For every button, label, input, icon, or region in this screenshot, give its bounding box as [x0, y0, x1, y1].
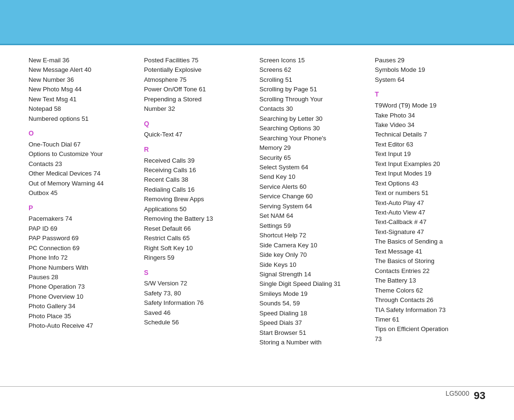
- footer-bar: LG5000 93: [0, 386, 514, 402]
- index-entry: Number 32: [144, 104, 250, 114]
- index-entry: Photo-Auto Receive 47: [29, 321, 135, 331]
- section-letter-R: R: [144, 145, 250, 155]
- index-entry: Tips on Efficient Operation: [375, 324, 481, 334]
- index-entry: Single Digit Speed Dialing 31: [259, 279, 366, 289]
- index-entry: Text Input Examples 20: [375, 159, 481, 169]
- index-entry: Phone Numbers With: [29, 263, 135, 273]
- index-entry: Text-Signature 47: [375, 227, 481, 237]
- index-entry: Photo Place 35: [29, 312, 135, 321]
- index-entry: Text Input Modes 19: [375, 169, 481, 178]
- index-entry: Timer 61: [375, 315, 481, 324]
- index-entry: Text Message 41: [375, 247, 481, 256]
- index-entry: New E-mail 36: [29, 56, 135, 65]
- index-entry: Other Medical Devices 74: [29, 169, 135, 178]
- index-entry: Smileys Mode 19: [259, 289, 366, 299]
- index-entry: Searching by Letter 30: [259, 114, 366, 124]
- index-entry: Text or numbers 51: [375, 188, 481, 198]
- index-entry: Received Calls 39: [144, 156, 250, 166]
- index-entry: The Basics of Sending a: [375, 237, 481, 246]
- index-entry: Service Alerts 60: [259, 182, 366, 192]
- column-0: New E-mail 36New Message Alert 40New Num…: [29, 56, 139, 348]
- index-entry: Contacts Entries 22: [375, 266, 481, 276]
- index-entry: Screens 62: [259, 65, 366, 75]
- index-entry: Out of Memory Warning 44: [29, 179, 135, 188]
- index-entry: Technical Details 7: [375, 130, 481, 139]
- index-entry: S/W Version 72: [144, 279, 250, 288]
- footer-page: 93: [474, 390, 485, 402]
- index-entry: Speed Dialing 18: [259, 309, 366, 318]
- index-entry: Text Input 19: [375, 149, 481, 159]
- index-entry: One-Touch Dial 67: [29, 140, 135, 149]
- index-entry: Atmosphere 75: [144, 75, 250, 85]
- index-entry: Pauses 29: [375, 56, 481, 65]
- index-entry: The Battery 13: [375, 276, 481, 285]
- column-1: Posted Facilities 75Potentially Explosiv…: [139, 56, 255, 348]
- index-entry: Through Contacts 26: [375, 295, 481, 305]
- index-entry: Select System 64: [259, 163, 366, 172]
- index-entry: Pauses 28: [29, 273, 135, 282]
- section-letter-O: O: [29, 128, 135, 139]
- index-entry: PAP Password 69: [29, 234, 135, 243]
- index-entry: Removing the Battery 13: [144, 214, 250, 224]
- index-entry: New Text Msg 41: [29, 95, 135, 104]
- column-3: Pauses 29Symbols Mode 19System 64TT9Word…: [370, 56, 486, 348]
- index-entry: Settings 59: [259, 221, 366, 231]
- section-letter-P: P: [29, 203, 135, 214]
- index-entry: Signal Strength 14: [259, 270, 366, 279]
- index-entry: Options to Customize Your: [29, 149, 135, 159]
- index-entry: New Message Alert 40: [29, 65, 135, 75]
- index-entry: Phone Overview 10: [29, 292, 135, 302]
- index-entry: Side Keys 10: [259, 260, 366, 270]
- index-entry: Power On/Off Tone 61: [144, 85, 250, 94]
- index-entry: Text-Callback # 47: [375, 217, 481, 227]
- index-entry: Memory 29: [259, 143, 366, 153]
- index-entry: Recent Calls 38: [144, 175, 250, 185]
- index-entry: Shortcut Help 72: [259, 231, 366, 240]
- index-entry: Send Key 10: [259, 172, 366, 182]
- index-entry: PC Connection 69: [29, 244, 135, 253]
- index-entry: Take Video 34: [375, 120, 481, 130]
- index-entry: 73: [375, 334, 481, 344]
- index-entry: T9Word (T9) Mode 19: [375, 101, 481, 110]
- index-entry: Take Photo 34: [375, 111, 481, 120]
- index-entry: Redialing Calls 16: [144, 185, 250, 195]
- index-entry: Text Editor 63: [375, 140, 481, 149]
- index-entry: Text-Auto View 47: [375, 208, 481, 217]
- index-entry: Scrolling by Page 51: [259, 85, 366, 94]
- index-entry: New Photo Msg 44: [29, 85, 135, 94]
- index-entry: Screen Icons 15: [259, 56, 366, 65]
- index-entry: System 64: [375, 75, 481, 85]
- index-entry: Ringers 59: [144, 253, 250, 263]
- index-entry: The Basics of Storing: [375, 256, 481, 266]
- index-entry: Outbox 45: [29, 188, 135, 198]
- index-entry: Potentially Explosive: [144, 65, 250, 75]
- column-2: Screen Icons 15Screens 62Scrolling 51Scr…: [255, 56, 370, 348]
- index-entry: Sounds 54, 59: [259, 299, 366, 308]
- index-entry: Pacemakers 74: [29, 214, 135, 224]
- index-entry: Speed Dials 37: [259, 318, 366, 328]
- index-entry: TIA Safety Information 73: [375, 305, 481, 315]
- index-entry: PAP ID 69: [29, 224, 135, 234]
- index-entry: Searching Options 30: [259, 124, 366, 133]
- index-entry: Serving System 64: [259, 202, 366, 211]
- index-entry: New Number 36: [29, 75, 135, 85]
- index-entry: Reset Default 66: [144, 224, 250, 234]
- index-entry: Receiving Calls 16: [144, 166, 250, 175]
- index-entry: Posted Facilities 75: [144, 56, 250, 65]
- index-entry: Photo Gallery 34: [29, 302, 135, 311]
- index-entry: Applications 50: [144, 205, 250, 214]
- index-entry: Set NAM 64: [259, 211, 366, 221]
- index-entry: Restrict Calls 65: [144, 234, 250, 243]
- index-entry: Text-Auto Play 47: [375, 198, 481, 208]
- footer-model: LG5000: [445, 390, 469, 402]
- index-entry: Side Camera Key 10: [259, 241, 366, 250]
- index-entry: Start Browser 51: [259, 328, 366, 338]
- section-letter-T: T: [375, 89, 481, 100]
- index-entry: Right Soft Key 10: [144, 244, 250, 253]
- index-entry: Theme Colors 62: [375, 286, 481, 295]
- index-columns: New E-mail 36New Message Alert 40New Num…: [29, 56, 485, 348]
- index-entry: Prepending a Stored: [144, 95, 250, 104]
- index-entry: Numbered options 51: [29, 114, 135, 124]
- index-entry: Contacts 23: [29, 159, 135, 169]
- index-entry: Scrolling 51: [259, 75, 366, 85]
